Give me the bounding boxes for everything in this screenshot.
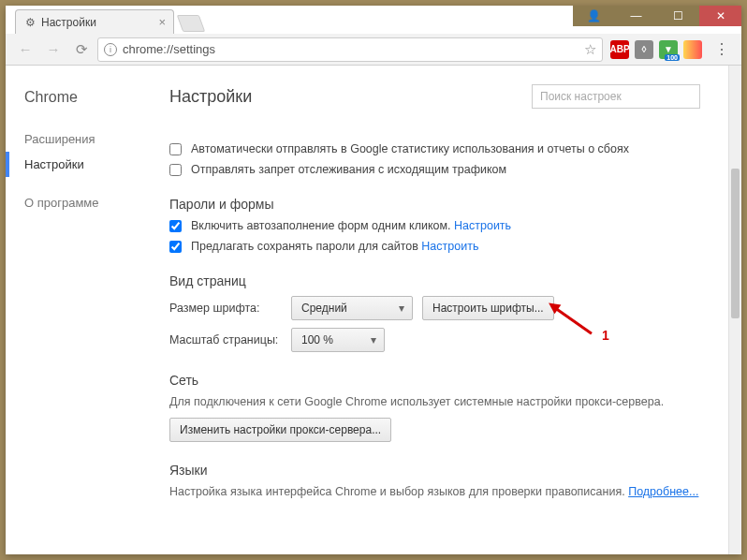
main-panel: Настройки Поиск настроек Автоматически о… xyxy=(151,66,728,554)
customize-fonts-button[interactable]: Настроить шрифты... xyxy=(422,296,554,320)
sidebar-item-settings[interactable]: Настройки xyxy=(6,152,151,177)
scrollbar[interactable] xyxy=(728,66,741,554)
bookmark-star-icon[interactable]: ☆ xyxy=(584,41,596,58)
menu-button[interactable]: ⋮ xyxy=(710,40,734,58)
forward-button[interactable]: → xyxy=(41,37,66,62)
titlebar: ⚙ Настройки × 👤 — ☐ ✕ xyxy=(6,6,741,34)
save-passwords-label: Предлагать сохранять пароли для сайтов xyxy=(191,240,418,253)
gear-icon: ⚙ xyxy=(25,16,36,29)
dnt-label: Отправлять запрет отслеживания с исходящ… xyxy=(191,163,506,176)
zoom-label: Масштаб страницы: xyxy=(169,333,282,346)
scroll-thumb[interactable] xyxy=(731,169,740,318)
window-controls: 👤 — ☐ ✕ xyxy=(573,6,741,26)
sidebar: Chrome Расширения Настройки О программе xyxy=(6,66,151,554)
url-text: chrome://settings xyxy=(123,42,215,56)
autofill-checkbox[interactable] xyxy=(169,220,182,232)
shield-icon[interactable]: ◊ xyxy=(635,40,653,59)
sidebar-item-extensions[interactable]: Расширения xyxy=(24,126,151,152)
tab-settings[interactable]: ⚙ Настройки × xyxy=(15,9,174,34)
checkbox-row-dnt: Отправлять запрет отслеживания с исходящ… xyxy=(169,163,700,176)
info-icon[interactable]: i xyxy=(104,43,117,56)
close-tab-icon[interactable]: × xyxy=(158,15,166,29)
sidebar-brand: Chrome xyxy=(24,89,151,106)
content: Chrome Расширения Настройки О программе … xyxy=(6,66,741,554)
save-passwords-configure-link[interactable]: Настроить xyxy=(421,240,478,253)
autofill-configure-link[interactable]: Настроить xyxy=(454,219,511,232)
browser-window: ⚙ Настройки × 👤 — ☐ ✕ ← → ⟳ i chrome://s… xyxy=(6,6,741,554)
checkbox-row-save-passwords: Предлагать сохранять пароли для сайтов Н… xyxy=(169,240,700,253)
tab-title: Настройки xyxy=(41,16,96,29)
new-tab-button[interactable] xyxy=(177,15,206,32)
stats-checkbox[interactable] xyxy=(169,143,182,155)
section-languages: Языки xyxy=(169,463,700,478)
close-window-button[interactable]: ✕ xyxy=(699,6,741,26)
save-passwords-checkbox[interactable] xyxy=(169,241,182,253)
download-icon[interactable]: ▼100 xyxy=(659,40,678,59)
user-icon[interactable]: 👤 xyxy=(573,6,615,26)
abp-icon[interactable]: ABP xyxy=(610,40,629,59)
network-desc: Для подключения к сети Google Chrome исп… xyxy=(169,395,700,408)
maximize-button[interactable]: ☐ xyxy=(657,6,699,26)
font-size-select[interactable]: Средний xyxy=(291,296,413,320)
stats-label: Автоматически отправлять в Google статис… xyxy=(191,142,629,155)
font-size-row: Размер шрифта: Средний Настроить шрифты.… xyxy=(169,296,700,320)
section-network: Сеть xyxy=(169,373,700,388)
tabstrip: ⚙ Настройки × xyxy=(6,6,202,34)
font-size-label: Размер шрифта: xyxy=(169,302,282,315)
back-button[interactable]: ← xyxy=(13,37,37,62)
zoom-select[interactable]: 100 % xyxy=(291,328,385,352)
section-passwords: Пароли и формы xyxy=(169,197,700,212)
section-appearance: Вид страниц xyxy=(169,273,700,288)
languages-desc: Настройка языка интерфейса Chrome и выбо… xyxy=(169,485,700,498)
minimize-button[interactable]: — xyxy=(615,6,657,26)
zoom-row: Масштаб страницы: 100 % xyxy=(169,328,700,352)
truncated-row xyxy=(169,122,700,135)
bookmark-flag-icon[interactable] xyxy=(683,40,702,59)
toolbar: ← → ⟳ i chrome://settings ☆ ABP ◊ ▼100 ⋮ xyxy=(6,34,741,66)
checkbox-row-stats: Автоматически отправлять в Google статис… xyxy=(169,142,700,155)
search-input[interactable]: Поиск настроек xyxy=(532,84,700,109)
checkbox-row-autofill: Включить автозаполнение форм одним клико… xyxy=(169,219,700,232)
sidebar-item-about[interactable]: О программе xyxy=(24,190,151,215)
languages-more-link[interactable]: Подробнее... xyxy=(628,485,698,498)
page-title: Настройки xyxy=(169,87,252,107)
proxy-settings-button[interactable]: Изменить настройки прокси-сервера... xyxy=(169,418,391,442)
main-header: Настройки Поиск настроек xyxy=(169,84,700,109)
address-bar[interactable]: i chrome://settings ☆ xyxy=(97,37,603,62)
reload-button[interactable]: ⟳ xyxy=(69,37,94,62)
autofill-label: Включить автозаполнение форм одним клико… xyxy=(191,219,451,232)
extension-icons: ABP ◊ ▼100 xyxy=(607,40,706,59)
dnt-checkbox[interactable] xyxy=(169,164,182,176)
